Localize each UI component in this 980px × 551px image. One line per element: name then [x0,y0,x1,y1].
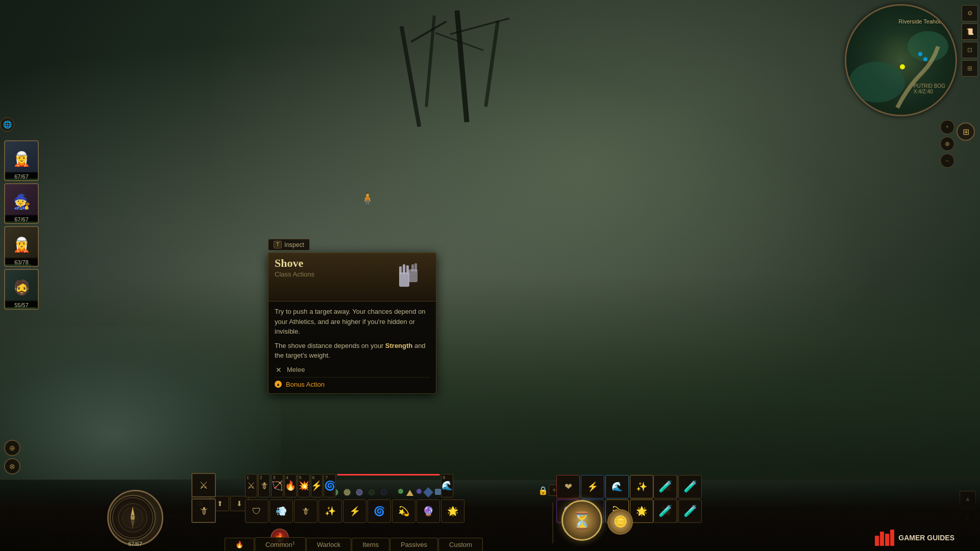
tooltip-desc-1: Try to push a target away. Your chances … [275,307,430,337]
skill-5[interactable]: 💥 5 [298,474,310,497]
minimap-inner: Riverside Teahouse PUTRID BOG X:4/Z:40 [846,6,955,115]
gg-bars-icon [875,530,894,546]
skill-3-icon: 🏹 [272,480,283,491]
tab-custom[interactable]: Custom [438,538,483,551]
potion-3[interactable]: 🧪 [653,499,677,523]
portrait-inner-2: 🧙 [5,184,38,219]
right-btn-2[interactable]: 📜 [962,23,978,40]
minimap-zoom-out[interactable]: − [940,154,954,168]
tooltip-header: Shove Class Actions [268,253,436,302]
minimap-controls: + ⊕ − [940,120,954,168]
potion-1[interactable]: 🧪 [653,475,677,498]
prop-range-label: Melee [287,366,305,373]
top-right-corner-button[interactable]: ⊞ [957,122,975,141]
world-map-icon[interactable]: 🌐 [0,117,14,132]
party-panel: 🧝 67/67 🧙 67/67 🧝 63/78 🧔 55/57 [4,140,39,310]
skill-r2-5[interactable]: ⚡ [343,499,366,523]
skill-6[interactable]: ⚡ 6 [311,474,323,497]
char-hp-display: 67/67 [108,541,162,547]
skill-1-icon: ⚔ [247,480,255,491]
party-member-3[interactable]: 🧝 63/78 [4,226,39,267]
svg-rect-2 [403,264,405,274]
hp-bar-container-2: 67/67 [5,215,38,223]
bonus-action-text: Bonus Action [286,381,325,388]
skill-4[interactable]: 🔥 4 [284,474,297,497]
skill-r2-8[interactable]: 🔮 [416,499,440,523]
right-btn-1[interactable]: ⚙ [962,5,978,21]
coin-icon[interactable]: 🪙 [607,509,633,535]
skill-3-number: 3 [273,475,275,480]
skill-row-1: ⚔ 1 🗡 2 🏹 3 🔥 4 💥 5 ⚡ 6 [245,474,453,497]
minimap-expand[interactable]: ⊕ [940,137,954,151]
skill-6-icon: ⚡ [311,480,322,491]
skill-r2-9[interactable]: 🌟 [441,499,464,523]
bottom-hud: 🧝 67/67 ⚔ ⬆ ⬇ ⚔ 🗡 🔒 + [0,480,980,551]
bottom-tab-bar: 🔥 Common1 Warlock Items Passives Custom [225,533,483,551]
skill-r2-1[interactable]: 🛡 [245,499,268,523]
tab-items[interactable]: Items [352,538,389,551]
timer-hourglass[interactable]: ⏳ [561,500,602,541]
minimap[interactable]: Riverside Teahouse PUTRID BOG X:4/Z:40 [845,4,957,116]
weapon-slot-2[interactable]: 🗡 [191,498,216,523]
inspect-key: T [274,241,282,248]
party-member-4[interactable]: 🧔 55/57 [4,269,39,310]
minimap-zoom-in[interactable]: + [940,120,954,134]
gg-bar-3 [885,534,889,546]
gamer-guides-logo[interactable]: GAMER GUIDES [875,530,954,546]
tooltip-desc-2: The shove distance depends on your Stren… [275,341,430,361]
compass-nav[interactable] [110,495,156,541]
party-member-2[interactable]: 🧙 67/67 [4,183,39,224]
special-2[interactable]: ⚡ [581,475,604,498]
skill-3[interactable]: 🏹 3 [271,474,283,497]
menu-icon-1[interactable]: ⊕ [4,440,20,456]
inspect-label: Inspect [284,241,304,248]
gg-bar-1 [875,536,879,546]
skill-r2-2[interactable]: 💨 [270,499,293,523]
skill-8-number: 8 [338,475,341,475]
skill-7[interactable]: 🌀 7 [324,474,336,497]
skill-r2-6[interactable]: 🌀 [368,499,391,523]
special-r2-4[interactable]: 🌟 [630,499,653,523]
menu-icon-2[interactable]: ⊗ [4,458,20,474]
svg-rect-1 [399,266,402,274]
inspect-button[interactable]: T Inspect [268,239,310,251]
tab-common-label: Common [265,541,292,548]
gamer-guides-text: GAMER GUIDES [898,534,954,542]
skill-2-number: 2 [260,475,262,480]
skill-2[interactable]: 🗡 2 [258,474,271,497]
svg-rect-5 [411,264,414,271]
minimap-coords: PUTRID BOG X:4/Z:40 [914,83,945,94]
skill-r2-7[interactable]: 💫 [392,499,415,523]
skill-1[interactable]: ⚔ 1 [245,474,257,497]
special-4[interactable]: ✨ [630,475,653,498]
tab-common[interactable]: Common1 [255,537,306,551]
skill-r2-3[interactable]: 🗡 [294,499,317,523]
skill-4-icon: 🔥 [285,480,296,491]
tab-fire[interactable]: 🔥 [225,538,254,551]
portrait-inner-4: 🧔 [5,270,38,305]
skill-9-icon: 🌊 [442,480,453,491]
sk-r2-7-icon: 💫 [398,506,409,517]
player-character: 🧍 [360,192,375,206]
tooltip-body: Try to push a target away. Your chances … [268,302,436,393]
special-3[interactable]: 🌊 [605,475,629,498]
skill-bar: ⚔ 1 🗡 2 🏹 3 🔥 4 💥 5 ⚡ 6 [245,474,551,523]
tab-common-badge: 1 [292,540,295,545]
skill-5-icon: 💥 [298,480,309,491]
skill-r2-4[interactable]: ✨ [318,499,342,523]
right-btn-3[interactable]: ⊡ [962,42,978,58]
tab-passives[interactable]: Passives [390,538,438,551]
svg-point-7 [849,62,905,103]
compass-ring [112,497,153,538]
party-member-1[interactable]: 🧝 67/67 [4,140,39,181]
skill-8[interactable]: 💫 8 [337,474,440,475]
weapon-slot-1[interactable]: ⚔ [191,473,216,497]
special-1[interactable]: ❤ [556,475,580,498]
hp-bar-container-1: 67/67 [5,172,38,180]
right-btn-4[interactable]: ⊞ [962,60,978,77]
potion-4[interactable]: 🧪 [678,499,702,523]
skill-9[interactable]: 🌊 9 [441,474,453,497]
potion-container: 🧪 🧪 🧪 🧪 [653,475,702,523]
potion-2[interactable]: 🧪 [678,475,702,498]
tab-warlock[interactable]: Warlock [306,538,351,551]
